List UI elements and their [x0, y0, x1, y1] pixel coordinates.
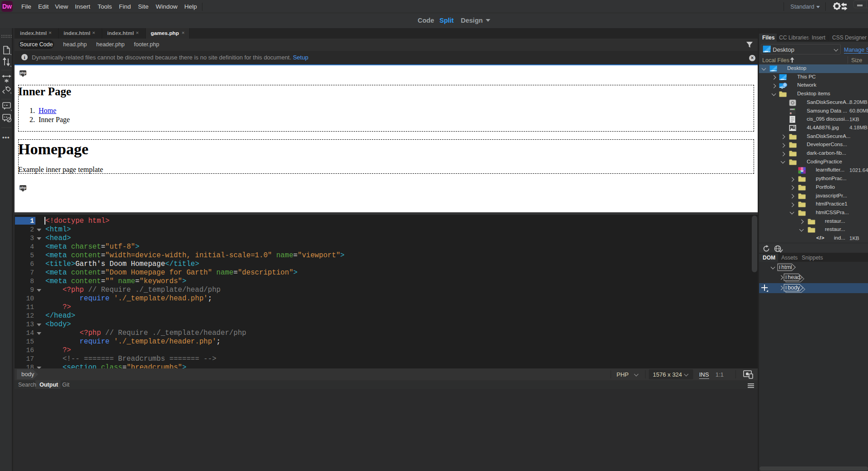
svg-text:php: php — [20, 71, 26, 75]
svg-text:head: head — [788, 274, 800, 280]
svg-text:w: w — [800, 169, 804, 173]
svg-text:html: html — [781, 264, 792, 270]
svg-text:body: body — [788, 285, 800, 291]
svg-text:php: php — [20, 186, 26, 190]
